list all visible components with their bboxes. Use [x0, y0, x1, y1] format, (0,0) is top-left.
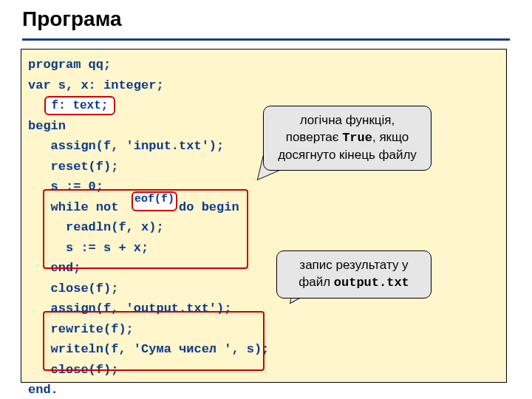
title-underline: [22, 38, 510, 41]
callout-eof: логічна функція, повертає True, якщо дос…: [263, 106, 432, 171]
callout-output: запис результату у файл output.txt: [276, 250, 432, 299]
callout-mono: output.txt: [334, 276, 409, 290]
callout-text: повертає: [286, 130, 342, 144]
highlight-output-block: [43, 311, 265, 371]
callout-text: досягнуто кінець файлу: [278, 148, 417, 162]
callout-text: логічна функція,: [300, 113, 395, 127]
highlight-eof: eof(f): [132, 191, 177, 211]
highlight-ftext: f: text;: [44, 96, 115, 115]
callout-text: файл: [299, 275, 334, 289]
slide: Програма program qq; var s, x: integer; …: [0, 0, 532, 399]
callout-mono: True: [342, 131, 372, 145]
callout-text: запис результату у: [299, 258, 408, 272]
callout-text: , якщо: [372, 130, 409, 144]
slide-title: Програма: [22, 7, 122, 31]
